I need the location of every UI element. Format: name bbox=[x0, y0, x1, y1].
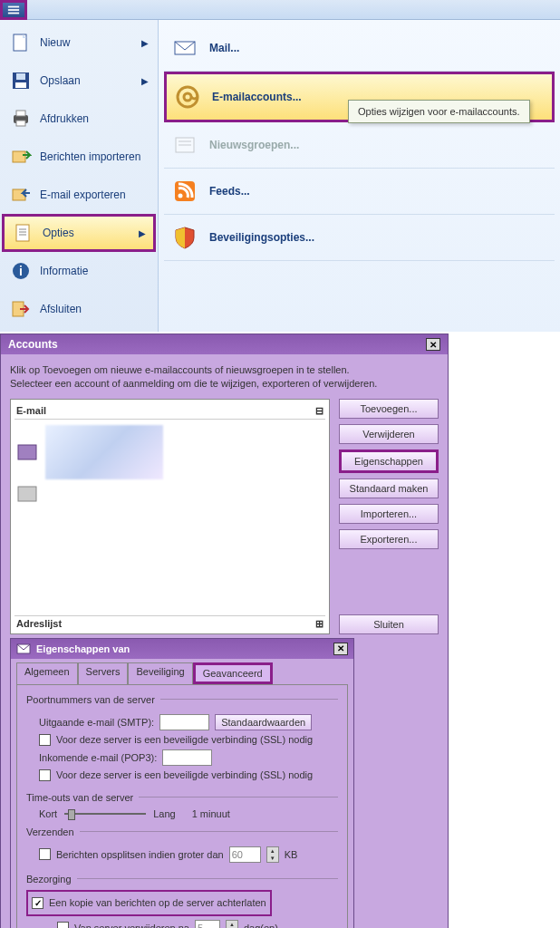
svg-rect-2 bbox=[8, 13, 19, 14]
save-icon bbox=[9, 69, 33, 92]
svg-point-21 bbox=[184, 93, 191, 101]
timeout-group: Time-outs van de server Kort Lang 1 minu… bbox=[26, 792, 338, 819]
spin-buttons[interactable]: ▲▼ bbox=[266, 846, 279, 863]
svg-text:i: i bbox=[19, 264, 23, 278]
account-icon bbox=[16, 485, 38, 503]
properties-button[interactable]: Eigenschappen bbox=[339, 450, 439, 473]
svg-rect-6 bbox=[16, 73, 25, 80]
import-button[interactable]: Importeren... bbox=[339, 504, 439, 524]
pop3-label: Inkomende e-mail (POP3): bbox=[39, 752, 157, 763]
svg-rect-12 bbox=[16, 225, 29, 241]
export-button[interactable]: Exporteren... bbox=[339, 529, 439, 549]
remove-after-checkbox[interactable] bbox=[57, 922, 69, 928]
app-menu-button[interactable] bbox=[0, 0, 27, 20]
svg-rect-0 bbox=[8, 6, 19, 8]
close-button[interactable]: ✕ bbox=[333, 643, 348, 655]
export-icon bbox=[9, 183, 33, 207]
tab-algemeen[interactable]: Algemeen bbox=[16, 662, 78, 684]
exit-icon bbox=[9, 297, 33, 321]
menu-label: Berichten importeren bbox=[40, 150, 149, 163]
at-icon bbox=[174, 83, 201, 111]
menu-afsluiten[interactable]: Afsluiten bbox=[2, 290, 156, 328]
mail-small-icon bbox=[16, 642, 31, 656]
ssl-in-checkbox[interactable] bbox=[39, 769, 51, 781]
menu-opties[interactable]: Opties ▶ bbox=[2, 214, 156, 252]
smtp-input[interactable] bbox=[159, 714, 209, 730]
keep-copy-highlight: Een kopie van berichten op de server ach… bbox=[26, 890, 272, 916]
menu-label: Informatie bbox=[40, 265, 149, 277]
import-icon bbox=[9, 145, 33, 169]
rss-icon bbox=[171, 178, 198, 205]
menu-opslaan[interactable]: Opslaan ▶ bbox=[2, 62, 156, 100]
default-button[interactable]: Standaard maken bbox=[339, 478, 439, 498]
smtp-label: Uitgaande e-mail (SMTP): bbox=[39, 717, 154, 728]
left-menu-panel: Nieuw ▶ Opslaan ▶ Afdrukken Berichten im… bbox=[0, 20, 159, 332]
timeout-slider[interactable] bbox=[64, 813, 146, 815]
new-icon bbox=[9, 31, 33, 54]
chevron-right-icon: ▶ bbox=[139, 228, 146, 238]
submenu-label: Beveiligingsopties... bbox=[209, 231, 314, 244]
submenu-feeds[interactable]: Feeds... bbox=[164, 169, 555, 215]
tabs: Algemeen Servers Beveiliging Geavanceerd bbox=[11, 659, 353, 684]
menu-informatie[interactable]: i Informatie bbox=[2, 252, 156, 290]
submenu-label: Nieuwsgroepen... bbox=[209, 139, 299, 151]
window-title-bar bbox=[0, 0, 560, 20]
delivery-group: Bezorging Een kopie van berichten op de … bbox=[26, 874, 338, 928]
split-input[interactable] bbox=[229, 846, 261, 863]
ssl-out-checkbox[interactable] bbox=[39, 734, 51, 746]
menu-label: Afsluiten bbox=[40, 303, 149, 315]
submenu-label: Feeds... bbox=[209, 185, 250, 198]
tooltip: Opties wijzigen voor e-mailaccounts. bbox=[348, 100, 530, 123]
menu-label: Opslaan bbox=[40, 74, 134, 87]
print-icon bbox=[9, 107, 33, 130]
chevron-right-icon: ▶ bbox=[141, 38, 149, 48]
std-values-button[interactable]: Standaardwaarden bbox=[215, 714, 312, 730]
tab-beveiliging[interactable]: Beveiliging bbox=[128, 662, 192, 684]
port-group: Poortnummers van de server Uitgaande e-m… bbox=[26, 694, 338, 785]
svg-point-26 bbox=[179, 194, 183, 198]
spin-buttons[interactable]: ▲▼ bbox=[226, 920, 238, 928]
account-entry-blurred[interactable] bbox=[45, 425, 163, 479]
submenu-label: Mail... bbox=[209, 42, 239, 54]
menu-label: Opties bbox=[43, 227, 131, 239]
svg-rect-1 bbox=[8, 9, 19, 11]
tab-geavanceerd[interactable]: Geavanceerd bbox=[193, 662, 273, 684]
right-menu-panel: Mail... E-mailaccounts... Opties wijzige… bbox=[159, 20, 560, 332]
keep-copy-checkbox[interactable] bbox=[32, 897, 43, 909]
menu-import[interactable]: Berichten importeren bbox=[2, 138, 156, 176]
accounts-list[interactable]: E-mail⊟ Adreslijst⊞ bbox=[10, 399, 330, 634]
remove-button[interactable]: Verwijderen bbox=[339, 424, 439, 444]
list-header-email: E-mail⊟ bbox=[14, 403, 325, 420]
accounts-dialog: Accounts ✕ Klik op Toevoegen om nieuwe e… bbox=[0, 334, 449, 928]
split-checkbox[interactable] bbox=[39, 848, 51, 860]
submenu-beveiliging[interactable]: Beveiligingsopties... bbox=[164, 215, 555, 261]
remove-days-input[interactable] bbox=[195, 920, 220, 928]
accounts-buttons: Toevoegen... Verwijderen Eigenschappen S… bbox=[339, 399, 439, 634]
pop3-input[interactable] bbox=[162, 749, 212, 766]
close-button[interactable]: ✕ bbox=[426, 338, 440, 351]
menu-label: E-mail exporteren bbox=[40, 188, 149, 201]
accounts-titlebar: Accounts ✕ bbox=[1, 334, 448, 354]
accounts-title-text: Accounts bbox=[8, 338, 58, 351]
svg-rect-10 bbox=[13, 151, 25, 162]
properties-dialog: Eigenschappen van ✕ Algemeen Servers Bev… bbox=[10, 638, 354, 928]
add-button[interactable]: Toevoegen... bbox=[339, 399, 439, 419]
props-title-text: Eigenschappen van bbox=[36, 643, 328, 654]
account-icon bbox=[16, 443, 38, 461]
send-group: Verzenden Berichten opsplitsen indien gr… bbox=[26, 826, 338, 866]
menu-label: Nieuw bbox=[40, 36, 134, 49]
menu-afdrukken[interactable]: Afdrukken bbox=[2, 100, 156, 138]
accounts-intro: Klik op Toevoegen om nieuwe e-mailaccoun… bbox=[10, 363, 439, 392]
svg-rect-8 bbox=[16, 111, 25, 116]
submenu-emailaccounts[interactable]: E-mailaccounts... Opties wijzigen voor e… bbox=[164, 72, 555, 122]
close-button-dlg[interactable]: Sluiten bbox=[339, 614, 439, 634]
news-icon bbox=[171, 131, 198, 159]
menu-export[interactable]: E-mail exporteren bbox=[2, 176, 156, 214]
menu-nieuw[interactable]: Nieuw ▶ bbox=[2, 24, 156, 62]
submenu-mail[interactable]: Mail... bbox=[164, 25, 555, 72]
tab-servers[interactable]: Servers bbox=[78, 662, 129, 684]
mail-icon bbox=[171, 34, 198, 62]
svg-rect-28 bbox=[18, 487, 36, 501]
info-icon: i bbox=[9, 259, 33, 283]
shield-icon bbox=[171, 224, 198, 251]
